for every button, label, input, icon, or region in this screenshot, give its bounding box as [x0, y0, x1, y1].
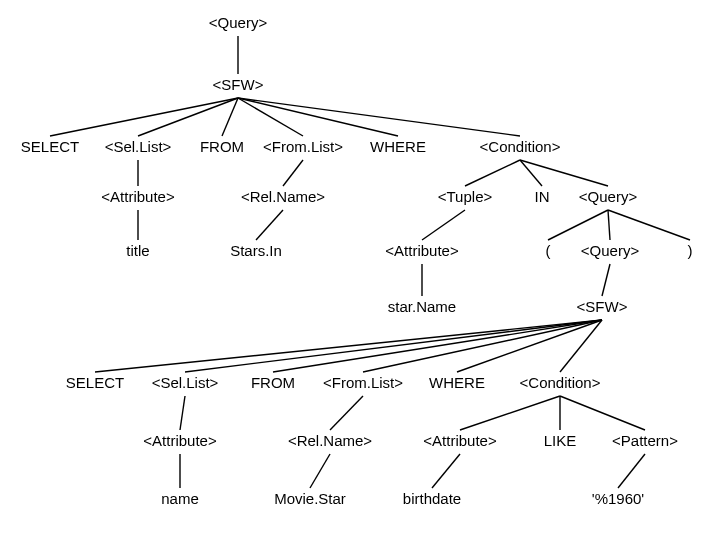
tree-node: <From.List>	[323, 374, 403, 391]
tree-node: <Attribute>	[385, 242, 459, 259]
parse-tree-diagram: <Query><SFW>SELECT<Sel.List>FROM<From.Li…	[0, 0, 720, 540]
tree-nodes: <Query><SFW>SELECT<Sel.List>FROM<From.Li…	[21, 14, 693, 507]
tree-edge	[608, 210, 610, 240]
tree-edge	[618, 454, 645, 488]
tree-edge	[273, 320, 602, 372]
tree-node: <Attribute>	[143, 432, 217, 449]
tree-node: star.Name	[388, 298, 456, 315]
tree-node: <Tuple>	[438, 188, 493, 205]
tree-node: <Sel.List>	[105, 138, 172, 155]
tree-node: (	[546, 242, 551, 259]
tree-edge	[180, 396, 185, 430]
tree-edge	[330, 396, 363, 430]
tree-edge	[560, 396, 645, 430]
tree-node: WHERE	[429, 374, 485, 391]
tree-edge	[608, 210, 690, 240]
tree-edge	[422, 210, 465, 240]
tree-edge	[185, 320, 602, 372]
tree-node: <SFW>	[577, 298, 628, 315]
tree-edge	[238, 98, 520, 136]
tree-node: birthdate	[403, 490, 461, 507]
tree-node: <Sel.List>	[152, 374, 219, 391]
tree-node: <Query>	[579, 188, 638, 205]
tree-node: <Pattern>	[612, 432, 678, 449]
tree-node: FROM	[251, 374, 295, 391]
tree-edge	[50, 98, 238, 136]
tree-node: FROM	[200, 138, 244, 155]
tree-node: <Rel.Name>	[288, 432, 372, 449]
tree-node: IN	[535, 188, 550, 205]
tree-node: LIKE	[544, 432, 577, 449]
tree-node: Stars.In	[230, 242, 282, 259]
tree-node: <Attribute>	[423, 432, 497, 449]
tree-node: name	[161, 490, 199, 507]
tree-edge	[432, 454, 460, 488]
tree-edge	[238, 98, 303, 136]
tree-node: <Attribute>	[101, 188, 175, 205]
tree-edge	[548, 210, 608, 240]
tree-node: WHERE	[370, 138, 426, 155]
tree-edge	[256, 210, 283, 240]
tree-node: title	[126, 242, 149, 259]
tree-edge	[465, 160, 520, 186]
tree-edge	[138, 98, 238, 136]
tree-edge	[283, 160, 303, 186]
tree-node: )	[688, 242, 693, 259]
tree-edge	[460, 396, 560, 430]
tree-node: <Query>	[209, 14, 268, 31]
tree-edge	[602, 264, 610, 296]
tree-edge	[520, 160, 608, 186]
tree-node: Movie.Star	[274, 490, 346, 507]
tree-edges	[50, 36, 690, 488]
tree-node: <Condition>	[520, 374, 601, 391]
tree-edge	[310, 454, 330, 488]
tree-node: <Query>	[581, 242, 640, 259]
tree-node: SELECT	[21, 138, 79, 155]
tree-edge	[95, 320, 602, 372]
tree-node: <Condition>	[480, 138, 561, 155]
tree-node: <Rel.Name>	[241, 188, 325, 205]
tree-node: <From.List>	[263, 138, 343, 155]
tree-node: SELECT	[66, 374, 124, 391]
tree-node: '%1960'	[592, 490, 645, 507]
tree-node: <SFW>	[213, 76, 264, 93]
